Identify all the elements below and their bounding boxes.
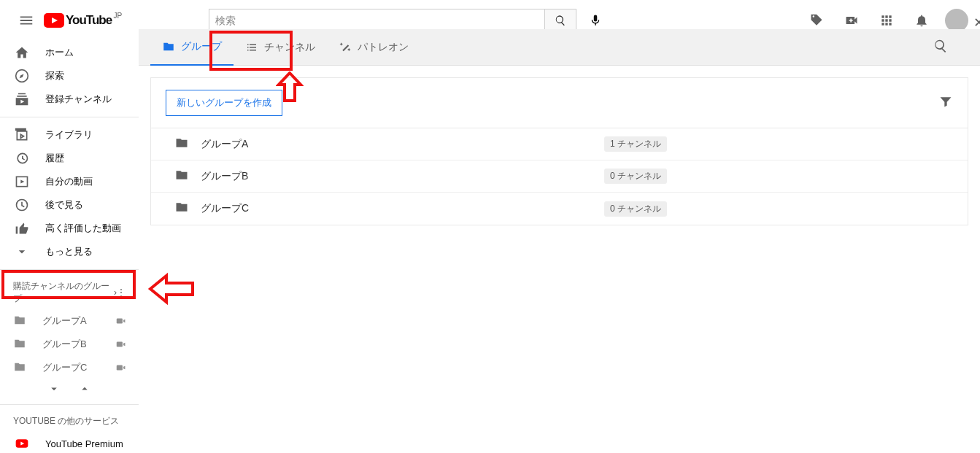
wand-icon bbox=[339, 41, 352, 54]
group-count-badge: 0 チャンネル bbox=[604, 169, 667, 184]
sidebar-item-label: ライブラリ bbox=[45, 128, 93, 142]
group-count-badge: 1 チャンネル bbox=[604, 136, 667, 152]
sidebar-group-a[interactable]: グループA bbox=[0, 309, 139, 333]
thumb-up-icon bbox=[15, 221, 29, 236]
chevron-up-icon[interactable] bbox=[78, 382, 91, 395]
sidebar-item-premium[interactable]: YouTube Premium bbox=[0, 432, 139, 453]
tab-patreon[interactable]: パトレオン bbox=[327, 29, 420, 66]
sidebar-item-subscriptions[interactable]: 登録チャンネル bbox=[0, 88, 139, 111]
mic-icon bbox=[589, 14, 602, 27]
group-name: グループA bbox=[201, 138, 248, 151]
subscriptions-icon bbox=[15, 92, 29, 107]
logo-text: YouTube bbox=[66, 13, 112, 28]
tag-icon bbox=[809, 13, 824, 28]
sidebar-item-label: もっと見る bbox=[45, 245, 93, 258]
folder-icon bbox=[13, 360, 26, 373]
group-row[interactable]: グループB 0 チャンネル bbox=[151, 160, 968, 193]
group-name: グループC bbox=[201, 202, 249, 215]
groups-panel: 新しいグループを作成 グループA 1 チャンネル グループB 0 チャンネル グ… bbox=[150, 77, 968, 225]
sidebar-item-label: 自分の動画 bbox=[45, 175, 93, 188]
close-icon: ✕ bbox=[973, 15, 980, 30]
tab-channels[interactable]: チャンネル bbox=[234, 29, 327, 66]
groups-panel-header: 新しいグループを作成 bbox=[151, 78, 968, 128]
history-icon bbox=[15, 151, 29, 166]
sidebar-item-show-more[interactable]: もっと見る bbox=[0, 240, 139, 263]
panel-search-button[interactable] bbox=[933, 39, 948, 56]
more-options-button[interactable]: ⋮ bbox=[117, 287, 126, 298]
sidebar-item-label: 履歴 bbox=[45, 152, 64, 165]
live-badge-icon bbox=[115, 363, 126, 373]
youtube-small-icon bbox=[15, 436, 29, 451]
chevron-down-icon[interactable] bbox=[47, 382, 61, 395]
create-group-button[interactable]: 新しいグループを作成 bbox=[166, 90, 282, 116]
group-row[interactable]: グループA 1 チャンネル bbox=[151, 128, 968, 160]
sidebar-item-history[interactable]: 履歴 bbox=[0, 147, 139, 170]
filter-icon bbox=[938, 94, 953, 109]
tab-bar: グループ チャンネル パトレオン ✕ bbox=[139, 29, 980, 66]
play-outline-icon bbox=[15, 174, 29, 189]
sidebar-group-label: グループA bbox=[42, 314, 87, 328]
folder-icon bbox=[13, 314, 26, 327]
sidebar-item-label: YouTube Premium bbox=[45, 438, 123, 449]
folder-icon bbox=[13, 337, 26, 350]
tab-label: チャンネル bbox=[264, 41, 315, 54]
explore-icon bbox=[15, 69, 29, 83]
bell-icon bbox=[914, 13, 929, 28]
sidebar-group-label: グループB bbox=[42, 338, 87, 351]
divider bbox=[0, 269, 139, 270]
filter-button[interactable] bbox=[938, 94, 953, 112]
sidebar-item-library[interactable]: ライブラリ bbox=[0, 123, 139, 147]
sidebar-group-label: グループC bbox=[42, 361, 87, 374]
sidebar-item-explore[interactable]: 探索 bbox=[0, 64, 139, 88]
chevron-down-icon bbox=[15, 244, 29, 259]
sidebar-item-label: 登録チャンネル bbox=[45, 93, 112, 106]
folder-icon bbox=[162, 40, 175, 53]
sidebar: ホーム 探索 登録チャンネル ライブラリ 履歴 自分の動画 後で見る 高く評価し… bbox=[0, 41, 139, 453]
hamburger-menu-button[interactable] bbox=[12, 6, 41, 35]
annotation-arrow-left bbox=[147, 271, 197, 306]
main-panel: グループ チャンネル パトレオン ✕ 新しいグループを作成 グループA 1 チャ… bbox=[139, 29, 980, 237]
sidebar-item-label: ホーム bbox=[45, 46, 74, 59]
folder-icon bbox=[174, 168, 189, 182]
sidebar-item-label: 探索 bbox=[45, 69, 64, 82]
youtube-logo[interactable]: YouTube JP bbox=[44, 13, 112, 28]
divider bbox=[0, 117, 139, 117]
folder-icon bbox=[174, 136, 189, 150]
svg-rect-5 bbox=[117, 342, 123, 347]
sidebar-item-watch-later[interactable]: 後で見る bbox=[0, 193, 139, 217]
apps-icon bbox=[879, 13, 894, 28]
group-name: グループB bbox=[201, 170, 248, 183]
home-icon bbox=[15, 45, 29, 60]
clock-icon bbox=[15, 198, 29, 212]
live-badge-icon bbox=[115, 316, 126, 326]
create-icon bbox=[844, 13, 859, 28]
sidebar-group-nav bbox=[0, 379, 139, 398]
list-icon bbox=[245, 41, 258, 54]
folder-icon bbox=[174, 200, 189, 214]
sidebar-item-your-videos[interactable]: 自分の動画 bbox=[0, 170, 139, 193]
live-badge-icon bbox=[115, 339, 126, 349]
region-label: JP bbox=[114, 12, 123, 20]
section-title-label: 購読チャンネルのグループ bbox=[13, 280, 112, 305]
sidebar-item-label: 後で見る bbox=[45, 198, 83, 212]
sidebar-item-home[interactable]: ホーム bbox=[0, 41, 139, 64]
search-icon bbox=[933, 39, 948, 53]
sidebar-section-other-title: YOUTUBE の他のサービス bbox=[0, 411, 139, 432]
section-title-label: YOUTUBE の他のサービス bbox=[13, 415, 119, 427]
tab-label: グループ bbox=[181, 40, 222, 53]
svg-rect-6 bbox=[117, 365, 123, 371]
sidebar-item-liked[interactable]: 高く評価した動画 bbox=[0, 217, 139, 240]
group-row[interactable]: グループC 0 チャンネル bbox=[151, 193, 968, 225]
sidebar-section-groups-title[interactable]: 購読チャンネルのグループ › ⋮ bbox=[0, 276, 139, 309]
divider bbox=[0, 404, 139, 405]
search-icon bbox=[555, 15, 566, 26]
close-panel-button[interactable]: ✕ bbox=[973, 15, 980, 31]
sidebar-group-c[interactable]: グループC bbox=[0, 356, 139, 379]
sidebar-group-b[interactable]: グループB bbox=[0, 333, 139, 356]
svg-rect-4 bbox=[117, 319, 123, 324]
library-icon bbox=[15, 128, 29, 142]
tab-label: パトレオン bbox=[358, 41, 409, 54]
group-count-badge: 0 チャンネル bbox=[604, 201, 667, 217]
youtube-icon bbox=[44, 13, 64, 28]
tab-groups[interactable]: グループ bbox=[150, 29, 234, 66]
